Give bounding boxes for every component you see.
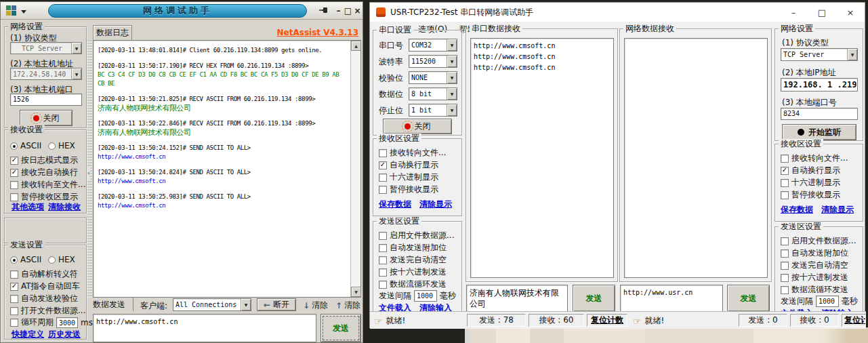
checkbox-icon[interactable] [781,237,789,245]
more-options-link[interactable]: 其他选项 [12,201,44,213]
checkbox-icon[interactable] [379,268,387,277]
serial-close-button[interactable]: 关闭 [383,119,452,134]
clear-send-button[interactable]: ↑ 清除 [335,300,360,311]
disconnect-button[interactable]: ← 断开 [257,298,296,311]
save-data-link[interactable]: 保存数据 [379,199,411,210]
scroll-down-icon[interactable]: ▼ [351,287,361,297]
radio-icon[interactable] [48,256,56,264]
chevron-down-icon[interactable]: ▼ [447,56,457,67]
checkbox-clear-after-send[interactable]: 发送完自动清空 [781,260,848,271]
history-send-link[interactable]: 历史发送 [48,329,81,340]
chevron-down-icon[interactable]: ▼ [847,49,857,60]
checkbox-icon[interactable] [379,281,387,289]
serial-send-button[interactable]: 发送 [573,285,615,312]
checkbox-recv-to-file[interactable]: 接收转向文件... [781,153,848,164]
checkbox-auto-wrap[interactable]: ✓ 自动换行显示 [781,165,840,176]
scroll-up-icon[interactable]: ▲ [351,41,361,51]
checkbox-icon[interactable]: ✓ [781,167,789,175]
checkbox-clear-after-send[interactable]: 发送完自动清空 [379,254,447,266]
checkbox-icon[interactable] [379,149,387,157]
usr-titlebar[interactable]: USR-TCP232-Test 串口转网络调试助手 – □ × [370,3,865,22]
radio-icon[interactable] [48,142,56,150]
radio-hex[interactable]: HEX [48,255,75,264]
start-listen-button[interactable]: 开始监听 [782,124,856,140]
checkbox-icon[interactable] [781,191,789,199]
checkbox-icon[interactable] [10,295,18,303]
close-connection-button[interactable]: 关闭 [20,110,73,126]
close-button[interactable]: × [353,5,362,16]
checkbox-send-append[interactable]: 自动发送附加位 [781,247,848,259]
chevron-down-icon[interactable]: ▼ [447,104,457,116]
minimize-button[interactable]: – [334,5,343,16]
checkbox-hex-display[interactable]: 十六进制显示 [781,177,840,188]
chevron-down-icon[interactable]: ▼ [447,39,457,51]
checkbox-loop-send[interactable]: 数据流循环发送 [781,284,848,296]
checkbox-hex-display[interactable]: 十六进制显示 [379,172,438,183]
checkbox-log-mode[interactable]: ✓ 按日志模式显示 [10,155,78,166]
checkbox-icon[interactable] [379,232,387,240]
checkbox-send-hex[interactable]: 按十六进制发送 [781,272,848,283]
radio-icon[interactable] [10,256,18,264]
checkbox-icon[interactable] [10,319,18,327]
checkbox-auto-wrap[interactable]: ✓ 自动换行显示 [379,159,438,171]
checkbox-icon[interactable] [379,186,387,194]
checkbox-icon[interactable] [379,244,387,252]
data-log-area[interactable]: [2020-03-11 13:48:01.814]# Client 60.216… [93,40,361,298]
send-input[interactable]: http://www.cmsoft.cn [93,314,316,342]
radio-ascii[interactable]: ASCII [10,141,41,150]
panel-splitter[interactable]: ‹ [87,40,92,298]
checkbox-icon[interactable] [379,256,387,264]
chevron-down-icon[interactable] [21,10,26,14]
chevron-down-icon[interactable]: ▼ [241,299,251,310]
parity-select[interactable]: NONE ▼ [409,71,457,84]
stopbits-select[interactable]: 1 bit ▼ [409,104,457,117]
tab-data-send[interactable]: 数据发送 [93,298,133,311]
net-reset-count-link[interactable]: 复位计数 [842,314,866,327]
checkbox-recv-to-file[interactable]: 接收转向文件... [379,147,446,159]
checkbox-icon[interactable] [781,274,789,282]
checkbox-recv-to-file[interactable]: 接收转向至文件... [10,179,85,190]
checkbox-send-append[interactable]: 自动发送附加位 [379,242,447,254]
checkbox-pause-recv[interactable]: 暂停接收显示 [379,184,438,195]
app-menu-icon[interactable] [6,5,17,16]
shortcut-define-link[interactable]: 快捷定义 [12,329,44,340]
databits-select[interactable]: 8 bit ▼ [409,87,457,100]
checkbox-icon[interactable] [10,181,18,189]
netassist-titlebar[interactable]: 网络调试助手 – □ × [1,2,363,20]
protocol-select[interactable]: TCP Server ▼ [781,48,858,61]
checkbox-icon[interactable] [10,270,18,279]
interval-input[interactable]: 1000 [816,296,839,307]
serial-reset-count-link[interactable]: 复位计数 [587,314,627,327]
port-input[interactable]: 1526 [10,94,82,106]
chevron-down-icon[interactable]: ▼ [71,43,81,54]
maximize-button[interactable]: □ [344,5,352,16]
clear-display-link[interactable]: 清除显示 [821,204,854,216]
interval-input[interactable]: 1000 [414,290,437,302]
checkbox-icon[interactable]: ✓ [10,169,18,177]
checkbox-icon[interactable] [781,249,789,258]
ip-input[interactable]: 192.168. 1 .219 [781,78,858,92]
checkbox-file-source[interactable]: 打开文件数据源... [10,305,85,317]
collapse-left-icon[interactable]: ‹ [87,166,90,180]
chevron-down-icon[interactable]: ▼ [447,72,457,83]
com-select[interactable]: COM32 ▼ [409,39,457,52]
checkbox-file-source[interactable]: 启用文件数据源... [781,235,856,247]
net-send-button[interactable]: 发送 [727,285,770,312]
local-port-input[interactable]: 8234 [781,108,858,120]
checkbox-file-source[interactable]: 启用文件数据源... [379,230,454,241]
protocol-select[interactable]: TCP Server ▼ [10,42,82,54]
checkbox-auto-checksum[interactable]: 自动发送校验位 [10,293,78,304]
serial-send-input[interactable]: 济南有人物联网技术有限公司 [466,285,568,312]
chevron-down-icon[interactable]: ▼ [447,88,457,100]
maximize-button[interactable]: □ [808,3,836,22]
checkbox-loop-send[interactable]: 数据流循环发送 [379,279,447,290]
clear-recv-button[interactable]: ↓ 清除 [303,300,328,311]
checkbox-send-hex[interactable]: 按十六进制发送 [379,266,447,278]
checkbox-icon[interactable] [781,179,789,187]
checkbox-escape-parse[interactable]: 自动解析转义符 [10,268,78,280]
checkbox-loop-period[interactable]: 循环周期 3000 ms [10,317,93,328]
send-button[interactable]: 发送 [321,314,361,342]
checkbox-icon[interactable] [781,286,789,294]
close-button[interactable]: × [836,3,865,22]
clear-display-link[interactable]: 清除显示 [419,199,452,210]
